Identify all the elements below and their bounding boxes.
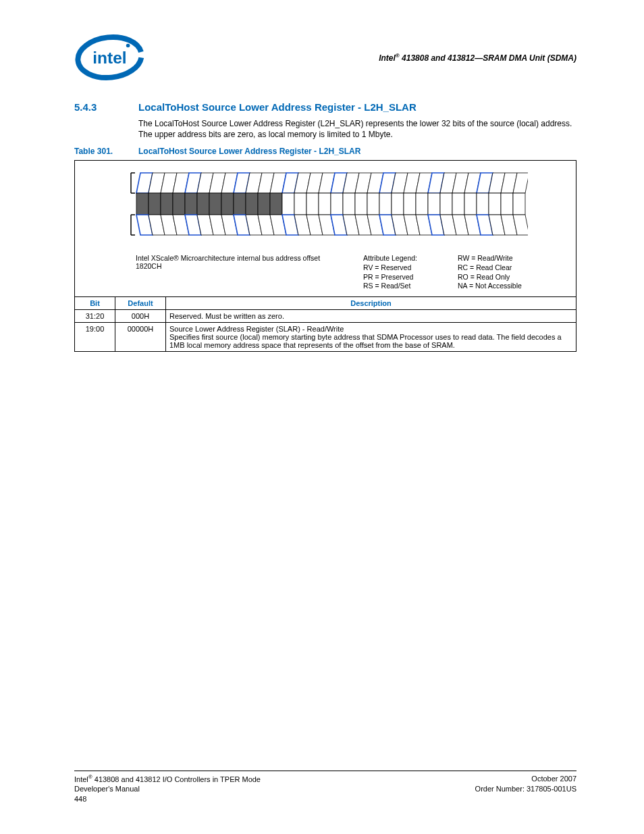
svg-rect-51 — [331, 193, 343, 215]
svg-rect-46 — [270, 193, 282, 215]
col-default: Default — [115, 296, 166, 309]
svg-rect-56 — [392, 193, 404, 215]
svg-rect-63 — [477, 193, 489, 215]
footer-order-number: Order Number: 317805-001US — [475, 785, 576, 793]
legend-title: Attribute Legend: — [363, 254, 417, 262]
cell-default: 000H — [115, 309, 166, 322]
svg-rect-44 — [246, 193, 258, 215]
table-caption-number: Table 301. — [74, 147, 138, 156]
svg-rect-50 — [319, 193, 331, 215]
svg-rect-66 — [513, 193, 525, 215]
svg-rect-37 — [161, 193, 173, 215]
legend-rc: RC = Read Clear — [458, 263, 512, 271]
legend-rv: RV = Reserved — [363, 263, 411, 271]
footer-page-number: 448 — [74, 795, 86, 803]
svg-rect-35 — [136, 193, 149, 215]
cell-description: Reserved. Must be written as zero. — [166, 309, 576, 322]
table-row: 31:20000HReserved. Must be written as ze… — [75, 309, 576, 322]
svg-rect-36 — [149, 193, 161, 215]
svg-rect-43 — [234, 193, 246, 215]
section-paragraph: The LocalToHost Source Lower Address Reg… — [138, 118, 576, 140]
cell-description: Source Lower Address Register (SLAR) - R… — [166, 322, 576, 351]
svg-text:intel: intel — [92, 49, 126, 67]
svg-rect-59 — [428, 193, 440, 215]
col-description: Description — [166, 296, 576, 309]
table-row: 19:0000000HSource Lower Address Register… — [75, 322, 576, 351]
svg-rect-40 — [197, 193, 209, 215]
svg-rect-60 — [440, 193, 452, 215]
col-bit: Bit — [75, 296, 115, 309]
offset-line2: 1820CH — [136, 262, 162, 270]
cell-bit: 19:00 — [75, 322, 115, 351]
svg-rect-53 — [355, 193, 367, 215]
table-caption-title: LocalToHost Source Lower Address Registe… — [138, 147, 360, 156]
svg-rect-62 — [464, 193, 477, 215]
cell-bit: 31:20 — [75, 309, 115, 322]
svg-rect-41 — [209, 193, 221, 215]
svg-rect-57 — [404, 193, 416, 215]
svg-rect-54 — [367, 193, 379, 215]
offset-line1: Intel XScale® Microarchitecture internal… — [136, 254, 320, 262]
legend-rs: RS = Read/Set — [363, 282, 410, 290]
legend-na: NA = Not Accessible — [458, 282, 522, 290]
svg-rect-48 — [294, 193, 306, 215]
cell-default: 00000H — [115, 322, 166, 351]
svg-rect-39 — [185, 193, 197, 215]
page-footer: Intel® 413808 and 413812 I/O Controllers… — [74, 771, 576, 804]
svg-rect-45 — [258, 193, 270, 215]
legend-ro: RO = Read Only — [458, 273, 510, 281]
legend-pr: PR = Preserved — [363, 273, 413, 281]
svg-rect-55 — [379, 193, 392, 215]
svg-rect-58 — [416, 193, 428, 215]
svg-rect-42 — [221, 193, 234, 215]
svg-rect-65 — [501, 193, 513, 215]
intel-logo: intel — [74, 34, 145, 81]
svg-rect-47 — [282, 193, 294, 215]
footer-left-line2: Developer's Manual — [74, 785, 140, 793]
svg-rect-61 — [452, 193, 464, 215]
register-diagram: (function(){ var ns="http://www.w3.org/2… — [74, 160, 576, 296]
section-title: LocalToHost Source Lower Address Registe… — [138, 101, 417, 113]
section-number: 5.4.3 — [74, 101, 138, 113]
register-table: Bit Default Description 31:20000HReserve… — [74, 296, 576, 352]
svg-rect-38 — [173, 193, 185, 215]
svg-rect-49 — [306, 193, 319, 215]
footer-date: October 2007 — [531, 775, 576, 783]
header-text: Intel® 413808 and 413812—SRAM DMA Unit (… — [379, 53, 576, 63]
svg-rect-64 — [489, 193, 501, 215]
svg-rect-52 — [343, 193, 355, 215]
legend-rw: RW = Read/Write — [458, 254, 513, 262]
svg-point-2 — [126, 44, 130, 48]
